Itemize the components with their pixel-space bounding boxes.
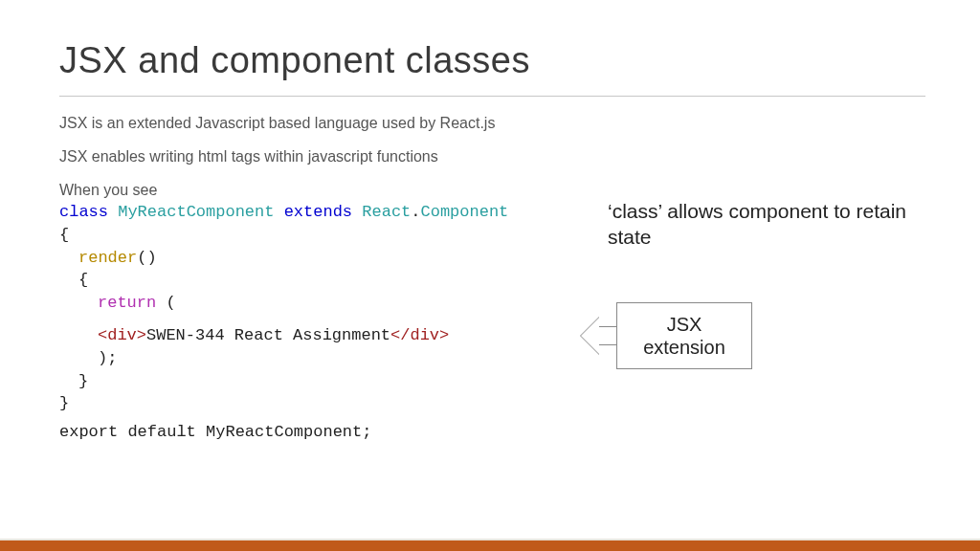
keyword-return: return bbox=[98, 294, 156, 312]
arrow-left-icon bbox=[580, 317, 599, 355]
component-ident: Component bbox=[421, 203, 509, 221]
return-paren: ( bbox=[156, 294, 175, 312]
div-text: SWEN-344 React Assignment bbox=[146, 326, 390, 344]
code-line: class MyReactComponent extends React.Com… bbox=[59, 201, 508, 224]
annotation-class-state: ‘class’ allows component to retain state bbox=[608, 198, 914, 251]
arrow-stem bbox=[599, 326, 617, 345]
arrow-callout-jsx: JSX extension bbox=[582, 302, 752, 369]
code-line: { bbox=[78, 269, 508, 292]
code-line: ); bbox=[98, 347, 508, 370]
paragraph-2: JSX enables writing html tags within jav… bbox=[59, 148, 438, 165]
code-line: } bbox=[59, 392, 508, 415]
paragraph-1: JSX is an extended Javascript based lang… bbox=[59, 115, 495, 132]
div-close-tag: </div> bbox=[390, 326, 449, 344]
slide-title: JSX and component classes bbox=[59, 40, 530, 81]
react-ident: React bbox=[362, 203, 411, 221]
code-line: } bbox=[78, 370, 508, 393]
footer-bar bbox=[0, 540, 980, 551]
slide: JSX and component classes JSX is an exte… bbox=[0, 0, 980, 551]
render-fn: render bbox=[78, 249, 137, 267]
keyword-extends: extends bbox=[284, 203, 352, 221]
code-line: return ( bbox=[98, 292, 508, 315]
code-line: render() bbox=[78, 247, 508, 270]
callout-line2: extension bbox=[643, 337, 725, 358]
div-open-tag: <div> bbox=[98, 326, 146, 344]
dot: . bbox=[411, 203, 420, 221]
code-block: class MyReactComponent extends React.Com… bbox=[59, 201, 508, 415]
paragraph-3: When you see bbox=[59, 182, 157, 199]
class-name: MyReactComponent bbox=[118, 203, 274, 221]
title-divider bbox=[59, 96, 925, 97]
code-line: { bbox=[59, 224, 508, 247]
export-line: export default MyReactComponent; bbox=[59, 423, 371, 441]
callout-box: JSX extension bbox=[616, 302, 752, 369]
render-parens: () bbox=[137, 249, 156, 267]
code-line-jsx: <div>SWEN-344 React Assignment</div> bbox=[98, 324, 508, 347]
keyword-class: class bbox=[59, 203, 108, 221]
callout-line1: JSX bbox=[667, 314, 702, 335]
